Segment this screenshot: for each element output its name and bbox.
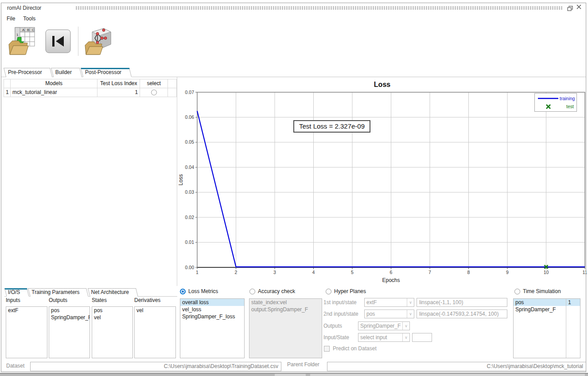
svg-text:4: 4 [312, 270, 315, 275]
list-item[interactable]: extF [6, 307, 47, 314]
loss-chart-panel: Loss 0.000.010.020.030.040.050.060.07123… [177, 80, 587, 286]
chevron-down-icon: ∨ [407, 310, 414, 318]
chevron-down-icon: ∨ [402, 322, 409, 330]
col-test-loss-index: Test Loss Index [97, 79, 140, 88]
corner-cell [4, 79, 11, 88]
list-item[interactable]: SpringDamper_F [49, 314, 90, 321]
load-model-button[interactable] [84, 27, 113, 58]
svg-text:9: 9 [506, 270, 509, 275]
romai-director-window: romAI Director File Tools A B C 1 [0, 0, 588, 376]
main-tab-bar: Pre-Processor Builder Post-Processor [1, 67, 586, 77]
list-item[interactable]: pos [514, 299, 566, 306]
list-item[interactable]: SpringDamper_F_loss [180, 313, 244, 320]
dataset-path-field[interactable]: C:\Users\jmarabisa\Desktop\TrainingDatas… [30, 362, 281, 371]
col-select: select [140, 79, 168, 88]
svg-text:0.07: 0.07 [185, 90, 195, 95]
predict-on-dataset-row: Predict on Dataset [324, 345, 377, 352]
tab-post-processor[interactable]: Post-Processor [81, 68, 129, 77]
legend-row-test: test [537, 103, 574, 110]
svg-text:3: 3 [273, 270, 276, 275]
select-cell [140, 88, 168, 97]
loss-chart: 0.000.010.020.030.040.050.060.0712345678… [177, 90, 587, 284]
outputs-dropdown[interactable]: SpringDamper_F ∨ [358, 321, 410, 330]
svg-text:6: 6 [390, 270, 393, 275]
hyper-planes-label: Hyper Planes [334, 288, 366, 294]
toolbar-separator [78, 27, 78, 56]
svg-text:5: 5 [351, 270, 354, 275]
chevron-down-icon: ∨ [407, 298, 414, 306]
accuracy-check-radio[interactable] [249, 289, 255, 294]
svg-text:1: 1 [16, 33, 19, 37]
tab-builder[interactable]: Builder [51, 68, 80, 77]
time-simulation-values: 1 [566, 299, 580, 358]
svg-text:Epochs: Epochs [382, 277, 400, 283]
loss-metrics-list: overall lossvel_lossSpringDamper_F_loss [180, 298, 245, 358]
time-simulation-list: posSpringDamper_F 1 [513, 298, 580, 358]
list-item[interactable]: pos [92, 307, 132, 314]
legend-row-training: training [537, 95, 574, 102]
hyper-planes-radio[interactable] [326, 289, 331, 294]
legend-label-training: training [560, 96, 575, 101]
first-input-state-dropdown[interactable]: extF ∨ [364, 298, 414, 307]
test-loss-annotation: Test Loss = 2.327e-09 [293, 120, 370, 133]
model-select-radio[interactable] [151, 90, 157, 95]
close-button[interactable] [576, 4, 582, 11]
svg-text:A: A [22, 28, 25, 32]
table-row[interactable]: 1 mck_tutorial_linear 1 [4, 88, 177, 97]
close-icon [576, 4, 582, 10]
bottom-tab-bar: I/O/S Training Parameters Net Architectu… [4, 288, 177, 297]
background-app-strip [0, 373, 588, 376]
svg-text:7: 7 [428, 270, 431, 275]
list-item[interactable]: SpringDamper_F [514, 306, 566, 313]
tab-training-parameters[interactable]: Training Parameters [28, 288, 86, 297]
list-item[interactable]: vel_loss [180, 306, 244, 313]
input-state-dropdown[interactable]: select input ∨ [358, 333, 410, 342]
list-item[interactable]: pos [49, 307, 90, 314]
second-input-state-dropdown[interactable]: pos ∨ [364, 309, 414, 318]
parent-folder-field[interactable]: C:\Users\jmarabisa\Desktop\mck_tutorial [327, 362, 586, 371]
list-item[interactable]: vel [92, 314, 132, 321]
parent-folder-label: Parent Folder [287, 361, 319, 368]
menu-tools[interactable]: Tools [21, 15, 38, 23]
outputs-label: Outputs [49, 297, 67, 303]
list-item[interactable]: 1 [566, 299, 580, 306]
first-input-state-label: 1st input/state [323, 299, 357, 306]
tab-net-architecture[interactable]: Net Architecture [88, 288, 136, 297]
predict-on-dataset-checkbox[interactable] [324, 346, 330, 352]
dataset-label: Dataset [6, 363, 24, 369]
tab-pre-processor[interactable]: Pre-Processor [4, 68, 50, 77]
drag-handle[interactable] [75, 6, 563, 10]
load-dataset-button[interactable]: A B C 1 [7, 27, 35, 58]
extra-cell [168, 88, 177, 97]
row-index: 1 [4, 88, 11, 97]
second-input-state-label: 2nd input/state [323, 311, 358, 317]
skip-to-start-icon [45, 29, 71, 53]
chart-title: Loss [177, 81, 587, 89]
svg-text:0.00: 0.00 [185, 265, 195, 270]
chart-legend: training test [534, 93, 577, 112]
list-item: state_index:vel [249, 299, 322, 306]
svg-text:0.02: 0.02 [185, 215, 195, 220]
svg-text:0.03: 0.03 [185, 189, 195, 195]
svg-text:8: 8 [467, 270, 470, 275]
svg-text:0.01: 0.01 [185, 239, 195, 245]
reset-button[interactable] [45, 29, 71, 55]
test-marker-swatch [537, 104, 560, 109]
svg-text:Loss: Loss [178, 174, 184, 185]
load-dataset-icon: A B C 1 [7, 27, 35, 56]
second-linspace-field[interactable]: linspace(-0.147593,2.14754, 100) [417, 309, 507, 318]
list-item[interactable]: vel [135, 307, 175, 314]
test-loss-index-cell: 1 [97, 88, 140, 97]
menu-file[interactable]: File [4, 15, 17, 23]
input-state-value-field[interactable] [412, 333, 432, 342]
chevron-down-icon: ∨ [402, 333, 409, 341]
first-linspace-field[interactable]: linspace(-1,1, 100) [417, 298, 507, 307]
tab-ios[interactable]: I/O/S [4, 288, 27, 297]
svg-text:C: C [32, 28, 35, 32]
time-simulation-label: Time Simulation [523, 288, 561, 294]
list-item[interactable] [566, 306, 580, 313]
time-simulation-radio[interactable] [514, 289, 520, 294]
list-item[interactable]: overall loss [180, 299, 244, 306]
float-window-button[interactable] [567, 5, 573, 13]
loss-metrics-radio[interactable] [180, 289, 186, 294]
